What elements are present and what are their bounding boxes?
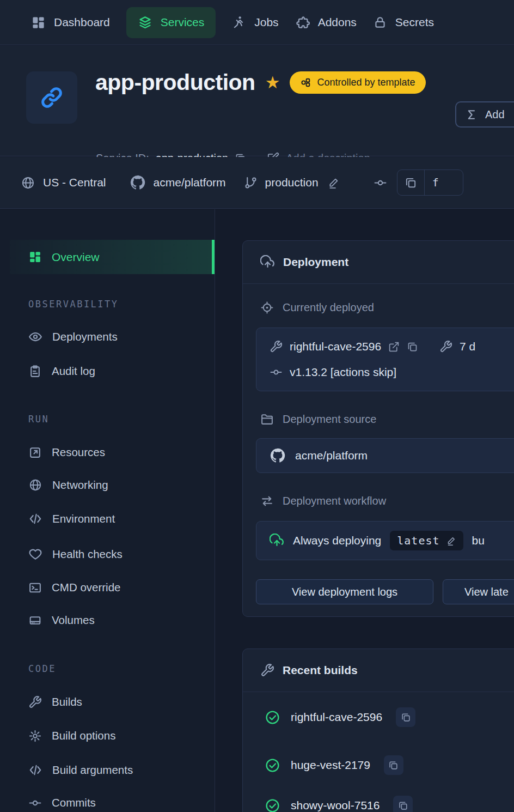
commit-hash: f [425,176,463,189]
eye-icon [28,330,42,344]
sidebar-item-label: Build options [52,729,115,742]
main-content: Deployment Currently deployed [216,209,514,812]
deployment-version: v1.13.2 [actions skip] [290,366,396,379]
sidebar-section-observability: OBSERVABILITY [28,299,119,310]
commit-icon [270,366,283,379]
crosshair-icon [260,301,274,314]
view-deployment-logs-button[interactable]: View deployment logs [256,579,433,604]
build-row: rightful-cave-2596 [265,706,415,729]
page-title: app-production [95,70,255,95]
link-icon [39,85,64,110]
cloud-upload-icon [270,534,284,548]
nav-item-services[interactable]: Services [126,7,216,38]
edit-tag-icon[interactable] [446,536,456,546]
deployment-card: Deployment Currently deployed [242,240,514,617]
nav-item-jobs[interactable]: Jobs [232,15,278,29]
sidebar-item-cmd-override[interactable]: CMD override [0,575,215,599]
grid-icon [28,250,42,264]
recent-builds-card: Recent builds rightful-cave-2596 [242,649,514,812]
build-name[interactable]: huge-vest-2179 [291,759,370,772]
region-label[interactable]: US - Central [43,176,106,189]
copy-icon[interactable] [393,796,413,812]
globe-icon [28,478,42,492]
view-latest-button[interactable]: View late [443,579,514,604]
code-icon [28,512,42,526]
nav-item-secrets[interactable]: Secrets [373,15,434,29]
sidebar-item-label: Health checks [52,548,123,561]
sidebar-item-volumes[interactable]: Volumes [0,608,215,632]
add-button[interactable]: Add [455,101,514,128]
sidebar-item-label: Commits [52,796,96,809]
deployment-card-header: Deployment [243,241,514,284]
clipboard-icon [28,365,42,378]
sidebar-item-label: Deployments [52,330,118,343]
build-name[interactable]: rightful-cave-2596 [291,711,382,724]
sidebar-item-builds[interactable]: Builds [0,690,215,714]
build-name[interactable]: showy-wool-7516 [291,799,380,812]
github-icon [270,447,286,464]
sidebar-item-label: Build arguments [52,763,133,777]
build-row: showy-wool-7516 [265,794,413,812]
sidebar-section-code: CODE [28,663,56,674]
deployment-workflow-label: Deployment workflow [260,493,386,509]
nav-label: Services [161,16,205,29]
nav-label: Secrets [395,16,434,29]
lock-icon [373,15,387,29]
sidebar-item-environment[interactable]: Environment [0,507,215,531]
copy-icon[interactable] [397,177,424,189]
commit-icon [28,796,42,810]
workflow-tag-chip[interactable]: latest [390,531,463,550]
copy-icon[interactable] [407,341,418,353]
sidebar-item-label: Resources [52,446,105,459]
nav-item-dashboard[interactable]: Dashboard [31,15,110,30]
sidebar-item-label: Networking [52,478,108,492]
sidebar: Overview OBSERVABILITY Deployments Audit… [0,209,215,812]
runner-icon [232,15,246,29]
copy-icon[interactable] [396,707,415,727]
copy-icon[interactable] [384,755,403,775]
check-circle-icon [265,798,280,812]
folder-icon [260,413,274,426]
service-avatar [26,71,77,124]
current-deployment-box: rightful-cave-2596 [256,328,514,391]
swap-arrows-icon [260,494,274,508]
deployment-source-box[interactable]: acme/platform [256,438,514,473]
heart-icon [28,547,42,561]
workflow-suffix: bu [472,534,485,547]
sidebar-item-build-options[interactable]: Build options [0,724,215,748]
card-title: Recent builds [283,664,358,677]
sidebar-item-label: Environment [52,512,115,525]
branch-label[interactable]: production [265,176,319,189]
deployment-age-text: 7 d [460,340,475,353]
sidebar-item-build-arguments[interactable]: Build arguments [0,758,215,782]
sidebar-item-resources[interactable]: Resources [0,440,215,464]
commit-hash-box[interactable]: f [397,169,463,196]
add-button-label: Add [485,108,505,121]
deployment-name[interactable]: rightful-cave-2596 [290,340,381,353]
wrench-icon [270,340,283,353]
sidebar-item-deployments[interactable]: Deployments [0,325,215,349]
service-meta-bar: US - Central acme/platform production [0,157,514,209]
code-icon [28,763,42,777]
sidebar-item-label: CMD override [52,581,120,594]
sidebar-item-label: Volumes [52,614,95,627]
globe-icon [21,175,35,190]
sidebar-item-networking[interactable]: Networking [0,473,215,497]
layers-icon [138,15,152,30]
edit-branch-icon[interactable] [327,177,340,189]
wrench-icon [439,340,452,353]
sidebar-item-label: Builds [52,695,82,708]
external-link-icon[interactable] [388,341,400,353]
favorite-star-icon[interactable]: ★ [265,74,280,91]
sidebar-item-commits[interactable]: Commits [0,791,215,812]
repo-label[interactable]: acme/platform [154,176,226,189]
nav-item-addons[interactable]: Addons [295,15,357,30]
service-header: app-production ★ Controlled by template … [0,46,514,156]
workflow-tag: latest [397,534,439,547]
currently-deployed-label: Currently deployed [260,299,374,316]
sidebar-item-health-checks[interactable]: Health checks [0,542,215,566]
sidebar-item-audit-log[interactable]: Audit log [0,359,215,383]
sidebar-item-overview[interactable]: Overview [10,240,215,274]
nav-label: Jobs [254,16,278,29]
deployment-age: 7 d [439,340,475,353]
